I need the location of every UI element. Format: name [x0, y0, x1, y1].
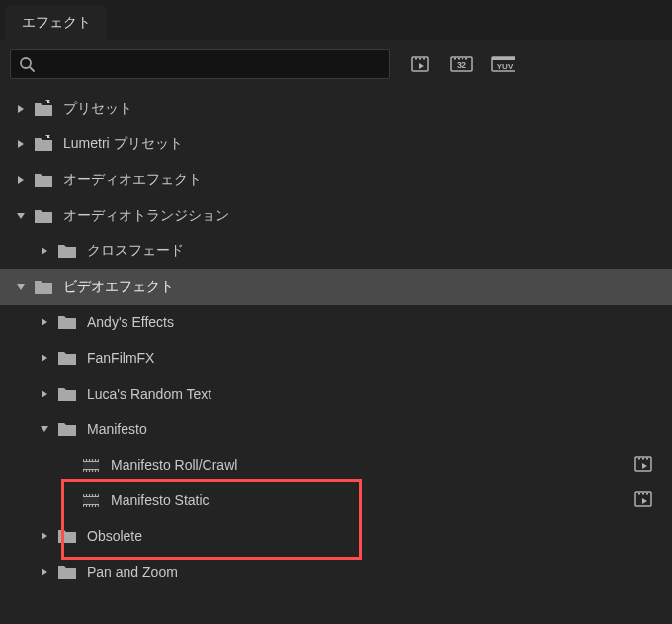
tree-label: FanFilmFX: [87, 350, 154, 366]
tree-label: オーディオトランジション: [63, 207, 229, 224]
tree-item-audio-effects[interactable]: オーディオエフェクト: [0, 162, 672, 198]
expand-arrow-icon[interactable]: [38, 245, 51, 257]
expand-arrow-icon[interactable]: [14, 103, 28, 115]
tree-item-manifesto-roll-crawl[interactable]: Manifesto Roll/Crawl: [0, 447, 672, 483]
preset-bin-icon: [34, 100, 53, 118]
tree-item-lucas-random-text[interactable]: Luca's Random Text: [0, 376, 672, 411]
tree-item-crossfade[interactable]: クロスフェード: [0, 233, 672, 269]
effect-icon: [81, 456, 101, 474]
folder-icon: [34, 171, 53, 189]
collapse-arrow-icon[interactable]: [38, 423, 51, 435]
tree-item-lumetri-presets[interactable]: Lumetri プリセット: [0, 127, 672, 162]
tree-item-andys-effects[interactable]: Andy's Effects: [0, 305, 672, 340]
toolbar-row: [0, 40, 672, 89]
tree-item-pan-and-zoom[interactable]: Pan and Zoom: [0, 554, 672, 589]
search-box[interactable]: [10, 49, 390, 79]
tree-label: Andy's Effects: [87, 314, 174, 330]
folder-icon: [57, 385, 77, 402]
collapse-arrow-icon[interactable]: [14, 281, 28, 293]
effects-panel: エフェクト プリセット Lumetri プリセット: [0, 0, 672, 624]
animated-preset-badge-icon: [634, 491, 652, 510]
expand-arrow-icon[interactable]: [38, 530, 51, 542]
expand-arrow-icon[interactable]: [38, 316, 51, 328]
tree-label: Luca's Random Text: [87, 386, 211, 401]
tree-label: ビデオエフェクト: [63, 278, 174, 296]
tree-label: Lumetri プリセット: [63, 135, 183, 153]
effects-tree: プリセット Lumetri プリセット オーディオエフェクト オーディオトランジ…: [0, 89, 672, 589]
tree-item-manifesto[interactable]: Manifesto: [0, 411, 672, 447]
tree-label: プリセット: [63, 100, 132, 118]
tab-bar: エフェクト: [0, 0, 672, 40]
expand-arrow-icon[interactable]: [14, 174, 28, 186]
tree-label: Pan and Zoom: [87, 564, 178, 579]
expand-arrow-icon[interactable]: [14, 138, 28, 150]
folder-icon: [57, 349, 77, 367]
tree-item-video-effects[interactable]: ビデオエフェクト: [0, 269, 672, 305]
tree-label: Manifesto Static: [111, 492, 210, 508]
expand-arrow-icon[interactable]: [38, 388, 51, 400]
effect-icon: [81, 491, 101, 509]
expand-arrow-icon[interactable]: [38, 566, 51, 578]
tree-item-presets[interactable]: プリセット: [0, 91, 672, 127]
tree-item-manifesto-static[interactable]: Manifesto Static: [0, 483, 672, 518]
tree-label: オーディオエフェクト: [63, 171, 202, 189]
folder-icon: [57, 313, 77, 331]
search-icon: [19, 56, 35, 72]
folder-icon: [34, 278, 53, 296]
folder-icon: [57, 527, 77, 545]
tab-effects[interactable]: エフェクト: [6, 6, 107, 40]
search-input[interactable]: [41, 57, 381, 72]
32bit-filter-button[interactable]: [450, 54, 473, 74]
tree-label: Manifesto Roll/Crawl: [111, 457, 237, 473]
tree-item-fanfilmfx[interactable]: FanFilmFX: [0, 340, 672, 376]
animated-preset-badge-icon: [634, 456, 652, 475]
expand-arrow-icon[interactable]: [38, 352, 51, 364]
tree-label: Obsolete: [87, 528, 142, 544]
tree-label: クロスフェード: [87, 242, 184, 260]
folder-icon: [57, 420, 77, 438]
collapse-arrow-icon[interactable]: [14, 210, 28, 222]
tree-item-audio-transitions[interactable]: オーディオトランジション: [0, 198, 672, 233]
tree-label: Manifesto: [87, 421, 147, 437]
preset-bin-icon: [34, 135, 53, 153]
folder-icon: [34, 207, 53, 224]
tree-item-obsolete[interactable]: Obsolete: [0, 518, 672, 554]
yuv-filter-button[interactable]: [491, 54, 515, 74]
animated-preset-filter-button[interactable]: [408, 54, 432, 74]
folder-icon: [57, 242, 77, 260]
folder-icon: [57, 563, 77, 580]
